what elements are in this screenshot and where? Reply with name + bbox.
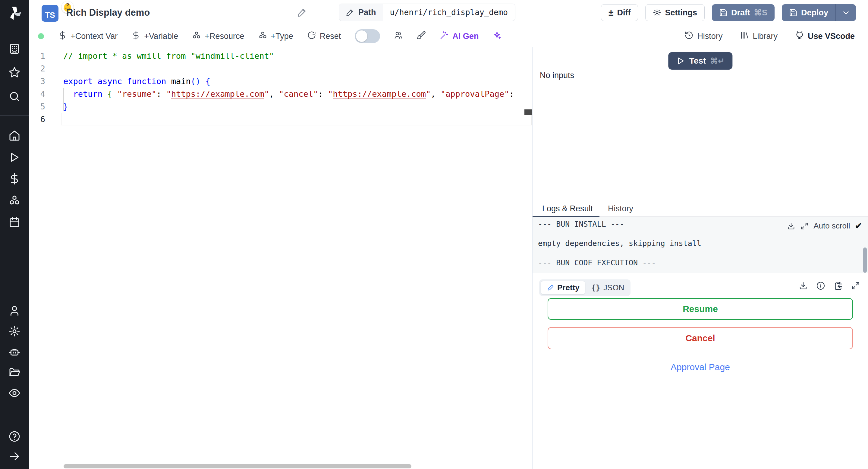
sidebar-item-arrow-right-icon[interactable] xyxy=(8,450,21,462)
history-button[interactable]: History xyxy=(684,31,722,42)
reset-button[interactable]: Reset xyxy=(307,31,341,42)
sidebar-item-calendar-icon[interactable] xyxy=(8,216,21,228)
deploy-button[interactable]: Deploy xyxy=(782,4,835,21)
language-status-dot xyxy=(38,33,44,39)
edit-summary-pencil-icon[interactable] xyxy=(297,7,307,18)
path-label: Path xyxy=(358,8,376,17)
assets-toggle[interactable] xyxy=(355,29,380,43)
download-logs-icon[interactable] xyxy=(787,222,795,230)
sidebar-item-settings-icon[interactable] xyxy=(8,325,21,337)
sidebar-item-search-icon[interactable] xyxy=(8,90,21,102)
right-panel: Test ⌘↵ No inputs Logs & Result History xyxy=(532,47,868,469)
sidebar-item-boxes-icon[interactable] xyxy=(8,194,21,207)
info-icon[interactable] xyxy=(816,281,825,290)
path-field[interactable]: Path u/henri/rich_display_demo xyxy=(339,4,516,21)
play-icon xyxy=(676,56,685,65)
package-icon xyxy=(192,31,201,42)
log-line: --- BUN CODE EXECUTION --- xyxy=(538,258,656,267)
line-number: 6 xyxy=(29,113,45,126)
package-icon xyxy=(258,31,267,42)
sidebar xyxy=(0,0,29,469)
test-shortcut: ⌘↵ xyxy=(710,56,724,66)
sidebar-item-robot-icon[interactable] xyxy=(8,346,21,358)
code-line-5[interactable]: 5} xyxy=(29,100,532,113)
windmill-logo[interactable] xyxy=(6,5,23,22)
add-resource-button[interactable]: +Resource xyxy=(192,31,244,42)
pencil-icon xyxy=(346,8,354,17)
sidebar-item-home-icon[interactable] xyxy=(8,130,21,142)
vscode-cat-icon xyxy=(795,31,804,42)
log-line: --- BUN INSTALL --- xyxy=(538,220,624,228)
page-title: Rich Display demo xyxy=(66,7,150,18)
editor-toolbar: +Context Var+Variable+Resource+TypeReset… xyxy=(29,25,868,47)
sidebar-item-user-icon[interactable] xyxy=(8,305,21,317)
users-icon xyxy=(394,31,403,42)
code-editor[interactable]: 1// import * as wmill from "windmill-cli… xyxy=(29,47,532,469)
draft-button[interactable]: Draft ⌘S xyxy=(712,4,775,21)
approval-page-link[interactable]: Approval Page xyxy=(532,362,868,372)
auto-scroll-check-icon[interactable]: ✔ xyxy=(855,221,862,231)
no-inputs-text: No inputs xyxy=(540,71,574,80)
download-result-icon[interactable] xyxy=(799,281,808,290)
log-line: empty dependencies, skipping install xyxy=(538,239,701,248)
typescript-badge-label: TS xyxy=(45,10,55,20)
cancel-button[interactable]: Cancel xyxy=(548,327,853,349)
save-icon xyxy=(789,8,798,17)
copy-to-clipboard-icon[interactable] xyxy=(834,281,843,290)
sparkles-icon xyxy=(493,31,501,42)
library-button[interactable]: Library xyxy=(740,31,778,42)
resume-button[interactable]: Resume xyxy=(548,298,853,320)
result-actions xyxy=(799,281,860,290)
sidebar-divider xyxy=(0,116,29,116)
line-number: 3 xyxy=(29,75,45,88)
logs-output[interactable]: Auto scroll ✔ --- BUN INSTALL ---empty d… xyxy=(532,217,868,273)
test-button[interactable]: Test ⌘↵ xyxy=(668,52,733,70)
pretty-toggle[interactable]: Pretty xyxy=(541,281,585,294)
path-label-section: Path xyxy=(339,4,383,21)
add-type-button[interactable]: +Type xyxy=(258,31,293,42)
settings-button[interactable]: Settings xyxy=(645,4,705,21)
code-line-4[interactable]: 4 return { "resume": "https://example.co… xyxy=(29,88,532,100)
diff-button[interactable]: ± Diff xyxy=(601,4,638,21)
json-toggle[interactable]: {} JSON xyxy=(587,281,629,294)
sidebar-item-eye-icon[interactable] xyxy=(8,387,21,399)
wand-icon xyxy=(440,31,449,42)
sidebar-item-folder-open-icon[interactable] xyxy=(8,367,21,379)
header-buttons: ± Diff Settings Draft ⌘S Deploy xyxy=(601,4,856,21)
add-context-var-button[interactable]: +Context Var xyxy=(58,31,118,42)
add-variable-button[interactable]: +Variable xyxy=(131,31,178,42)
tab-logs-result[interactable]: Logs & Result xyxy=(542,200,593,217)
deploy-split-button: Deploy xyxy=(782,4,856,21)
deploy-dropdown-button[interactable] xyxy=(835,4,856,21)
code-line-6[interactable]: 6 xyxy=(29,113,532,126)
line-number: 5 xyxy=(29,100,45,113)
toolbar-left-group: +Context Var+Variable+Resource+TypeReset… xyxy=(38,25,501,47)
tab-history[interactable]: History xyxy=(608,200,633,217)
editor-horizontal-scrollbar[interactable] xyxy=(64,464,411,468)
history-icon xyxy=(684,31,693,42)
format-brush-button[interactable] xyxy=(417,31,426,42)
collaborators-button[interactable] xyxy=(394,31,403,42)
logs-scrollbar[interactable] xyxy=(863,247,867,273)
path-value[interactable]: u/henri/rich_display_demo xyxy=(383,4,515,21)
expand-result-icon[interactable] xyxy=(851,281,860,290)
code-line-2[interactable]: 2 xyxy=(29,62,532,75)
sidebar-item-play-icon[interactable] xyxy=(8,151,21,163)
ai-gen-button[interactable]: AI Gen xyxy=(440,31,478,42)
use-vscode-button[interactable]: Use VScode xyxy=(795,31,855,42)
ai-sparkles-button[interactable] xyxy=(493,31,501,42)
header: TS 👶 Rich Display demo Path u/henri/rich… xyxy=(29,0,868,25)
sidebar-item-help-icon[interactable] xyxy=(8,430,21,442)
diff-icon: ± xyxy=(609,8,613,17)
gear-icon xyxy=(653,8,661,17)
code-line-1[interactable]: 1// import * as wmill from "windmill-cli… xyxy=(29,50,532,62)
windmill-app: TS 👶 Rich Display demo Path u/henri/rich… xyxy=(0,0,868,469)
line-number: 1 xyxy=(29,50,45,62)
sidebar-item-building-icon[interactable] xyxy=(8,43,21,55)
brush-icon xyxy=(417,31,426,42)
dollar-icon xyxy=(58,31,67,42)
sidebar-item-dollar-icon[interactable] xyxy=(8,173,21,185)
code-line-3[interactable]: 3export async function main() { xyxy=(29,75,532,88)
expand-logs-icon[interactable] xyxy=(800,222,809,230)
sidebar-item-star-icon[interactable] xyxy=(8,66,21,79)
